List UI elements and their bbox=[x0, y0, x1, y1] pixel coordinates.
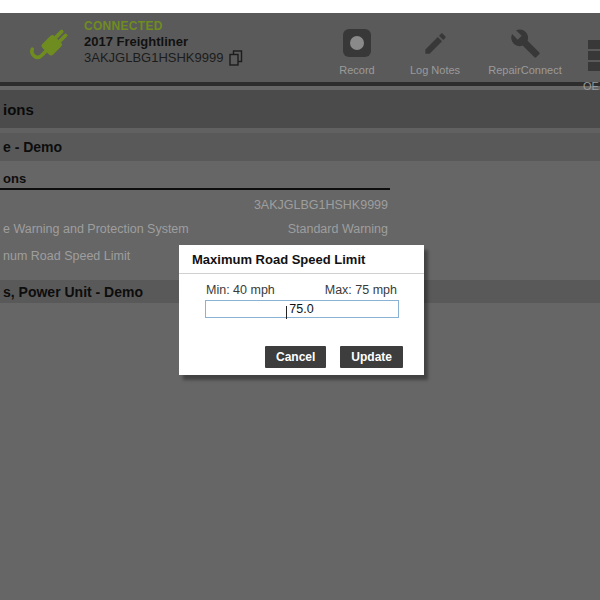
max-value-label: Max: 75 mph bbox=[325, 283, 397, 297]
parameter-label: e Warning and Protection System bbox=[3, 222, 189, 236]
record-icon bbox=[343, 29, 371, 57]
app-screen: CONNECTED 2017 Freightliner 3AKJGLBG1HSH… bbox=[0, 0, 600, 600]
connection-header: CONNECTED 2017 Freightliner 3AKJGLBG1HSH… bbox=[0, 13, 600, 86]
vehicle-info: CONNECTED 2017 Freightliner 3AKJGLBG1HSH… bbox=[84, 19, 243, 66]
section-header-engine[interactable]: e - Demo bbox=[0, 133, 600, 161]
parameter-value[interactable]: Standard Warning bbox=[288, 222, 388, 236]
dialog-title: Maximum Road Speed Limit bbox=[179, 245, 424, 274]
parameter-row-warning-system[interactable]: e Warning and Protection System Standard… bbox=[0, 222, 388, 236]
section-header-engine-label: e - Demo bbox=[3, 139, 62, 155]
text-cursor bbox=[286, 306, 287, 319]
subsection-underline bbox=[0, 188, 390, 190]
cancel-button[interactable]: Cancel bbox=[265, 346, 326, 368]
record-button[interactable]: Record bbox=[326, 25, 388, 76]
record-label: Record bbox=[339, 64, 374, 76]
plug-connected-icon bbox=[26, 21, 74, 73]
header-toolbar: Record Log Notes RepairConnect bbox=[326, 25, 568, 76]
pencil-icon bbox=[422, 30, 449, 57]
connection-status: CONNECTED bbox=[84, 19, 243, 34]
dialog-buttons: Cancel Update bbox=[265, 346, 403, 368]
section-header-power-unit-label: s, Power Unit - Demo bbox=[3, 284, 143, 300]
subsection-header: ons bbox=[3, 171, 26, 186]
vehicle-vin: 3AKJGLBG1HSHK9999 bbox=[84, 50, 223, 66]
copy-vin-icon[interactable] bbox=[229, 50, 243, 66]
parameter-label: num Road Speed Limit bbox=[3, 249, 130, 263]
vehicle-name: 2017 Freightliner bbox=[84, 34, 243, 50]
top-white-strip bbox=[0, 0, 600, 13]
oe-grid-icon[interactable] bbox=[588, 40, 600, 73]
log-notes-label: Log Notes bbox=[410, 64, 460, 76]
update-button[interactable]: Update bbox=[340, 346, 403, 368]
wrench-icon bbox=[510, 28, 541, 59]
vin-column-header: 3AKJGLBG1HSHK9999 bbox=[0, 198, 388, 212]
repair-connect-label: RepairConnect bbox=[488, 64, 561, 76]
min-max-row: Min: 40 mph Max: 75 mph bbox=[179, 274, 424, 297]
min-value-label: Min: 40 mph bbox=[206, 283, 275, 297]
log-notes-button[interactable]: Log Notes bbox=[402, 25, 468, 76]
speed-limit-input[interactable] bbox=[205, 300, 399, 318]
page-title: ions bbox=[0, 90, 600, 128]
repair-connect-button[interactable]: RepairConnect bbox=[482, 25, 568, 76]
max-road-speed-limit-dialog: Maximum Road Speed Limit Min: 40 mph Max… bbox=[179, 245, 424, 375]
